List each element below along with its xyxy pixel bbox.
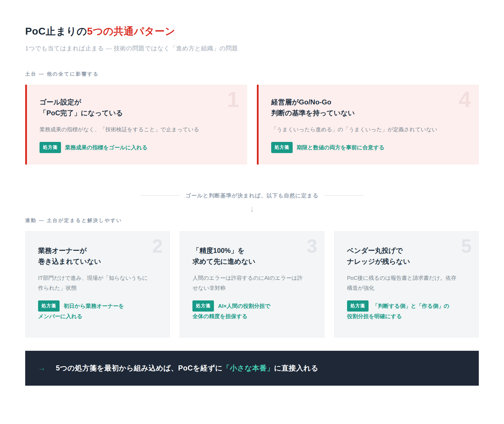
pattern-card-5: 5 ベンダー丸投げで ナレッジが残らない PoC後に残るのは報告書と請求書だけ。… bbox=[334, 231, 479, 338]
card-description: 人間のエラーは許容するのにAIのエラーは許せない非対称 bbox=[192, 273, 307, 293]
pattern-card-4: 4 経営層がGo/No-Go 判断の基準を持っていない 「うまくいったら進める」… bbox=[257, 85, 479, 165]
banner-text-after: に直接入れる bbox=[274, 364, 318, 372]
linked-cards-row: 2 業務オーナーが 巻き込まれていない IT部門だけで進み、現場が「知らないうち… bbox=[25, 231, 479, 338]
pattern-card-1: 1 ゴール設定が 「PoC完了」になっている 業務成果の指標がなく、「技術検証を… bbox=[25, 85, 247, 165]
card-title: ベンダー丸投げで ナレッジが残らない bbox=[347, 245, 467, 267]
page-title-highlight: 5つの共通パターン bbox=[87, 25, 175, 37]
prescription-text: 期限と数値の両方を事前に合意する bbox=[297, 144, 385, 150]
prescription-row: 処方箋業務成果の指標をゴールに入れる bbox=[40, 142, 236, 153]
page-subtitle: 1つでも当てはまれば止まる — 技術の問題ではなく「進め方と組織」の問題 bbox=[25, 44, 479, 52]
divider-line-right bbox=[324, 195, 364, 196]
conclusion-banner: → 5つの処方箋を最初から組み込めば、PoCを経ずに「小さな本番」に直接入れる bbox=[25, 351, 479, 386]
divider: ゴールと判断基準が決まれば、以下も自然に定まる bbox=[25, 192, 479, 199]
pattern-card-2: 2 業務オーナーが 巻き込まれていない IT部門だけで進み、現場が「知らないうち… bbox=[25, 231, 170, 338]
prescription-badge: 処方箋 bbox=[271, 142, 293, 153]
banner-text: 5つの処方箋を最初から組み込めば、PoCを経ずに「小さな本番」に直接入れる bbox=[56, 363, 318, 373]
prescription-row: 処方箋初日から業務オーナーを メンバーに入れる bbox=[38, 300, 158, 321]
prescription-row: 処方箋「判断する側」と「作る側」の 役割分担を明確にする bbox=[347, 300, 467, 321]
prescription-row: 処方箋期限と数値の両方を事前に合意する bbox=[271, 142, 467, 153]
card-number: 1 bbox=[227, 86, 239, 112]
card-description: PoC後に残るのは報告書と請求書だけ。依存構造が強化 bbox=[347, 273, 462, 293]
divider-text: ゴールと判断基準が決まれば、以下も自然に定まる bbox=[186, 192, 319, 199]
card-description: IT部門だけで進み、現場が「知らないうちに作られた」状態 bbox=[38, 273, 153, 293]
arrow-right-icon: → bbox=[38, 364, 46, 373]
prescription-badge: 処方箋 bbox=[192, 300, 214, 312]
banner-text-before: 5つの処方箋を最初から組み込めば、PoCを経ずに bbox=[56, 364, 223, 372]
infographic-page: PoC止まりの5つの共通パターン 1つでも当てはまれば止まる — 技術の問題では… bbox=[0, 0, 504, 424]
page-title-prefix: PoC止まりの bbox=[25, 25, 87, 37]
foundation-cards-row: 1 ゴール設定が 「PoC完了」になっている 業務成果の指標がなく、「技術検証を… bbox=[25, 85, 479, 165]
section-label-foundation: 土台 — 他の全てに影響する bbox=[25, 71, 479, 77]
card-number: 5 bbox=[461, 235, 472, 257]
card-description: 業務成果の指標がなく、「技術検証をすること」で止まっている bbox=[40, 124, 208, 134]
prescription-text: 業務成果の指標をゴールに入れる bbox=[65, 144, 147, 150]
page-title: PoC止まりの5つの共通パターン bbox=[25, 25, 479, 38]
prescription-badge: 処方箋 bbox=[40, 142, 61, 153]
prescription-row: 処方箋AI×人間の役割分担で 全体の精度を担保する bbox=[192, 300, 312, 321]
card-description: 「うまくいったら進める」の「うまくいった」が定義されていない bbox=[271, 124, 440, 134]
down-arrow-icon: ↓ bbox=[25, 205, 479, 213]
pattern-card-3: 3 「精度100%」を 求めて先に進めない 人間のエラーは許容するのにAIのエラ… bbox=[180, 231, 324, 338]
divider-line-left bbox=[140, 195, 180, 196]
section-label-linked: 連動 — 土台が定まると解決しやすい bbox=[25, 217, 479, 224]
card-title: 「精度100%」を 求めて先に進めない bbox=[192, 245, 312, 267]
card-number: 4 bbox=[459, 86, 471, 112]
card-title: 経営層がGo/No-Go 判断の基準を持っていない bbox=[271, 97, 432, 119]
card-title: 業務オーナーが 巻き込まれていない bbox=[38, 245, 158, 267]
card-number: 3 bbox=[307, 235, 317, 257]
card-title: ゴール設定が 「PoC完了」になっている bbox=[40, 97, 200, 119]
prescription-badge: 処方箋 bbox=[347, 300, 369, 312]
prescription-badge: 処方箋 bbox=[38, 300, 60, 312]
banner-text-highlight: 「小さな本番」 bbox=[223, 364, 274, 372]
header: PoC止まりの5つの共通パターン 1つでも当てはまれば止まる — 技術の問題では… bbox=[25, 0, 479, 52]
card-number: 2 bbox=[152, 235, 163, 257]
